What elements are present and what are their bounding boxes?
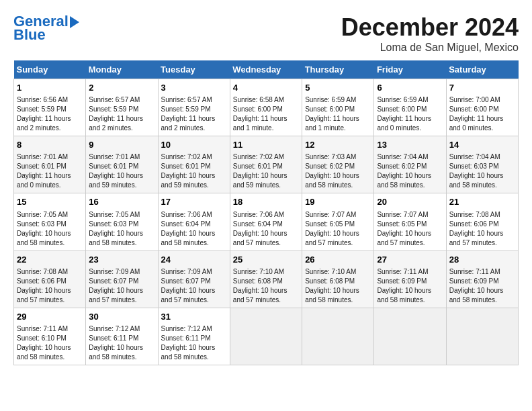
- day-number: 29: [17, 311, 83, 323]
- day-number: 1: [17, 82, 83, 94]
- month-title: December 2024: [341, 13, 519, 42]
- day-cell: 5Sunrise: 6:59 AMSunset: 6:00 PMDaylight…: [302, 79, 374, 136]
- col-header-sunday: Sunday: [14, 60, 86, 79]
- day-cell: [374, 308, 446, 365]
- day-cell: 20Sunrise: 7:07 AMSunset: 6:05 PMDayligh…: [374, 193, 446, 250]
- day-cell: 18Sunrise: 7:06 AMSunset: 6:04 PMDayligh…: [230, 193, 302, 250]
- day-cell: 31Sunrise: 7:12 AMSunset: 6:11 PMDayligh…: [158, 308, 230, 365]
- day-number: 3: [161, 82, 227, 94]
- day-info: Sunrise: 7:00 AMSunset: 6:00 PMDaylight:…: [449, 95, 515, 133]
- day-info: Sunrise: 7:07 AMSunset: 6:05 PMDaylight:…: [377, 210, 443, 248]
- day-number: 13: [377, 139, 443, 151]
- day-cell: 22Sunrise: 7:08 AMSunset: 6:06 PMDayligh…: [14, 250, 86, 308]
- day-cell: 6Sunrise: 6:59 AMSunset: 6:00 PMDaylight…: [374, 79, 446, 136]
- day-info: Sunrise: 7:01 AMSunset: 6:01 PMDaylight:…: [17, 152, 83, 190]
- day-cell: 19Sunrise: 7:07 AMSunset: 6:05 PMDayligh…: [302, 193, 374, 250]
- day-number: 20: [377, 196, 443, 208]
- day-info: Sunrise: 7:06 AMSunset: 6:04 PMDaylight:…: [161, 210, 227, 248]
- day-cell: 27Sunrise: 7:11 AMSunset: 6:09 PMDayligh…: [374, 250, 446, 308]
- day-cell: 29Sunrise: 7:11 AMSunset: 6:10 PMDayligh…: [14, 308, 86, 365]
- day-number: 31: [161, 311, 227, 323]
- day-info: Sunrise: 7:12 AMSunset: 6:11 PMDaylight:…: [89, 324, 154, 362]
- day-number: 8: [17, 139, 83, 151]
- day-info: Sunrise: 7:10 AMSunset: 6:08 PMDaylight:…: [233, 267, 299, 305]
- day-cell: 10Sunrise: 7:02 AMSunset: 6:01 PMDayligh…: [158, 136, 230, 193]
- day-number: 6: [377, 82, 443, 94]
- logo-text2: Blue: [13, 27, 46, 43]
- day-cell: 15Sunrise: 7:05 AMSunset: 6:03 PMDayligh…: [14, 193, 86, 250]
- day-info: Sunrise: 6:59 AMSunset: 6:00 PMDaylight:…: [377, 95, 443, 133]
- day-info: Sunrise: 6:56 AMSunset: 5:59 PMDaylight:…: [17, 95, 83, 133]
- day-number: 26: [305, 254, 371, 266]
- week-row-4: 22Sunrise: 7:08 AMSunset: 6:06 PMDayligh…: [14, 250, 519, 308]
- day-info: Sunrise: 7:11 AMSunset: 6:10 PMDaylight:…: [17, 324, 83, 362]
- day-cell: [446, 308, 518, 365]
- day-number: 25: [233, 254, 299, 266]
- day-number: 2: [89, 82, 154, 94]
- logo: General Blue: [13, 13, 79, 43]
- day-number: 10: [161, 139, 227, 151]
- day-number: 16: [89, 196, 154, 208]
- col-header-tuesday: Tuesday: [158, 60, 230, 79]
- day-info: Sunrise: 7:11 AMSunset: 6:09 PMDaylight:…: [449, 267, 515, 305]
- col-header-saturday: Saturday: [446, 60, 518, 79]
- day-number: 27: [377, 254, 443, 266]
- day-cell: 11Sunrise: 7:02 AMSunset: 6:01 PMDayligh…: [230, 136, 302, 193]
- day-info: Sunrise: 7:09 AMSunset: 6:07 PMDaylight:…: [89, 267, 154, 305]
- col-header-friday: Friday: [374, 60, 446, 79]
- day-cell: 14Sunrise: 7:04 AMSunset: 6:03 PMDayligh…: [446, 136, 518, 193]
- day-cell: 2Sunrise: 6:57 AMSunset: 5:59 PMDaylight…: [86, 79, 158, 136]
- day-number: 30: [89, 311, 154, 323]
- day-cell: 9Sunrise: 7:01 AMSunset: 6:01 PMDaylight…: [86, 136, 158, 193]
- logo-arrow-icon: [70, 16, 79, 28]
- day-number: 21: [449, 196, 515, 208]
- day-number: 28: [449, 254, 515, 266]
- calendar-table: SundayMondayTuesdayWednesdayThursdayFrid…: [13, 60, 519, 365]
- week-row-2: 8Sunrise: 7:01 AMSunset: 6:01 PMDaylight…: [14, 136, 519, 193]
- day-info: Sunrise: 7:10 AMSunset: 6:08 PMDaylight:…: [305, 267, 371, 305]
- day-info: Sunrise: 7:12 AMSunset: 6:11 PMDaylight:…: [161, 324, 227, 362]
- day-cell: 30Sunrise: 7:12 AMSunset: 6:11 PMDayligh…: [86, 308, 158, 365]
- day-number: 12: [305, 139, 371, 151]
- day-cell: 24Sunrise: 7:09 AMSunset: 6:07 PMDayligh…: [158, 250, 230, 308]
- col-header-monday: Monday: [86, 60, 158, 79]
- week-row-3: 15Sunrise: 7:05 AMSunset: 6:03 PMDayligh…: [14, 193, 519, 250]
- day-cell: 21Sunrise: 7:08 AMSunset: 6:06 PMDayligh…: [446, 193, 518, 250]
- day-info: Sunrise: 7:05 AMSunset: 6:03 PMDaylight:…: [17, 210, 83, 248]
- day-number: 9: [89, 139, 154, 151]
- day-number: 5: [305, 82, 371, 94]
- day-number: 17: [161, 196, 227, 208]
- day-number: 11: [233, 139, 299, 151]
- day-cell: 28Sunrise: 7:11 AMSunset: 6:09 PMDayligh…: [446, 250, 518, 308]
- location: Loma de San Miguel, Mexico: [341, 42, 519, 54]
- day-cell: 7Sunrise: 7:00 AMSunset: 6:00 PMDaylight…: [446, 79, 518, 136]
- day-info: Sunrise: 6:57 AMSunset: 5:59 PMDaylight:…: [89, 95, 154, 133]
- day-info: Sunrise: 6:57 AMSunset: 5:59 PMDaylight:…: [161, 95, 227, 133]
- day-number: 15: [17, 196, 83, 208]
- day-cell: 12Sunrise: 7:03 AMSunset: 6:02 PMDayligh…: [302, 136, 374, 193]
- header-row: SundayMondayTuesdayWednesdayThursdayFrid…: [14, 60, 519, 79]
- day-info: Sunrise: 7:06 AMSunset: 6:04 PMDaylight:…: [233, 210, 299, 248]
- day-info: Sunrise: 6:59 AMSunset: 6:00 PMDaylight:…: [305, 95, 371, 133]
- day-cell: 4Sunrise: 6:58 AMSunset: 6:00 PMDaylight…: [230, 79, 302, 136]
- title-block: December 2024 Loma de San Miguel, Mexico: [341, 13, 519, 54]
- day-info: Sunrise: 7:07 AMSunset: 6:05 PMDaylight:…: [305, 210, 371, 248]
- week-row-1: 1Sunrise: 6:56 AMSunset: 5:59 PMDaylight…: [14, 79, 519, 136]
- col-header-wednesday: Wednesday: [230, 60, 302, 79]
- day-cell: 3Sunrise: 6:57 AMSunset: 5:59 PMDaylight…: [158, 79, 230, 136]
- day-cell: 23Sunrise: 7:09 AMSunset: 6:07 PMDayligh…: [86, 250, 158, 308]
- day-number: 22: [17, 254, 83, 266]
- day-cell: 25Sunrise: 7:10 AMSunset: 6:08 PMDayligh…: [230, 250, 302, 308]
- day-info: Sunrise: 6:58 AMSunset: 6:00 PMDaylight:…: [233, 95, 299, 133]
- day-cell: 1Sunrise: 6:56 AMSunset: 5:59 PMDaylight…: [14, 79, 86, 136]
- day-info: Sunrise: 7:04 AMSunset: 6:02 PMDaylight:…: [377, 152, 443, 190]
- day-info: Sunrise: 7:04 AMSunset: 6:03 PMDaylight:…: [449, 152, 515, 190]
- day-cell: [302, 308, 374, 365]
- day-cell: 8Sunrise: 7:01 AMSunset: 6:01 PMDaylight…: [14, 136, 86, 193]
- day-cell: 16Sunrise: 7:05 AMSunset: 6:03 PMDayligh…: [86, 193, 158, 250]
- day-info: Sunrise: 7:03 AMSunset: 6:02 PMDaylight:…: [305, 152, 371, 190]
- day-info: Sunrise: 7:05 AMSunset: 6:03 PMDaylight:…: [89, 210, 154, 248]
- day-info: Sunrise: 7:08 AMSunset: 6:06 PMDaylight:…: [17, 267, 83, 305]
- day-info: Sunrise: 7:02 AMSunset: 6:01 PMDaylight:…: [161, 152, 227, 190]
- day-info: Sunrise: 7:01 AMSunset: 6:01 PMDaylight:…: [89, 152, 154, 190]
